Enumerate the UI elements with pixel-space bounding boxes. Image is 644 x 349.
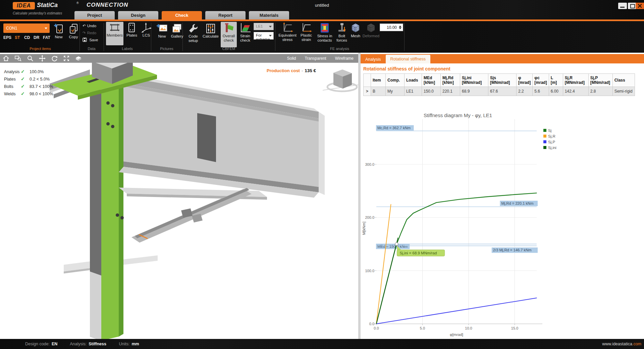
model-viewport[interactable]: Solid Transparent Wireframe Analysis✓100…	[0, 53, 358, 339]
mode-eps[interactable]: EPS	[3, 35, 11, 40]
undo-button[interactable]: ↶Undo	[83, 23, 102, 30]
ibeam-icon	[109, 22, 121, 33]
minimize-button[interactable]	[618, 3, 627, 9]
mode-cd[interactable]: CD	[24, 35, 30, 40]
column-header[interactable]: Sjs[MNm/rad]	[488, 74, 517, 87]
column-header[interactable]: Class	[612, 74, 635, 87]
save-button[interactable]: Save	[83, 38, 102, 44]
column-header[interactable]: φc[mrad]	[533, 74, 549, 87]
plastic-strain-button[interactable]: Plastic strain	[298, 22, 315, 42]
copy-icon	[68, 23, 78, 35]
tab-rotational-stiffness[interactable]: Rotational stiffness	[386, 55, 430, 63]
close-button[interactable]	[636, 3, 644, 9]
title-bar: IDEA StatiCa ® CONNECTION Calculate yest…	[0, 0, 644, 19]
mode-dr[interactable]: DR	[34, 35, 39, 40]
deformed-button[interactable]: Deformed	[362, 22, 380, 38]
tab-check[interactable]: Check	[162, 11, 202, 20]
tab-design[interactable]: Design	[118, 11, 158, 20]
view-mode-transparent[interactable]: Transparent	[305, 56, 326, 61]
check-passed-icon: ✓	[21, 84, 30, 89]
panel-splitter[interactable]	[358, 53, 361, 339]
code-setup-button[interactable]: Code setup	[185, 23, 201, 43]
strain-curve-icon	[301, 22, 312, 33]
ribbon: CON1 EPS ST CD DR FAT New Copy Project i…	[0, 21, 644, 53]
lcs-button[interactable]: LCS	[140, 22, 153, 45]
column-header[interactable]: Sj,ini[MNm/rad]	[460, 74, 488, 87]
mesh-button[interactable]: Mesh	[350, 22, 362, 38]
tab-materials[interactable]: Materials	[249, 11, 289, 20]
check-row-analysis: Analysis✓100.0%	[4, 69, 44, 74]
pan-button[interactable]	[36, 54, 48, 63]
column-header[interactable]: Item	[371, 74, 386, 87]
units-label: Units:	[119, 342, 129, 346]
picture-plus-icon	[156, 23, 168, 34]
fit-to-screen-button[interactable]	[60, 54, 72, 63]
stress-in-contacts-button[interactable]: Stress in contacts	[315, 22, 334, 43]
overall-check-button[interactable]: Overall check	[221, 22, 237, 47]
annotation-label: Mj,Rd = 220.1 kNm	[501, 201, 533, 205]
section-title: Rotational stiffness of joint component	[363, 66, 450, 71]
deformed-scale-input[interactable]: 10.00	[380, 23, 403, 31]
solid-box-icon	[75, 55, 82, 62]
contact-stress-icon	[319, 22, 330, 34]
mode-st[interactable]: ST	[15, 35, 20, 40]
connection-selector[interactable]: CON1	[3, 23, 50, 33]
copy-button[interactable]: Copy	[66, 23, 80, 39]
load-case-selector[interactable]: LE1	[254, 23, 274, 30]
annotation-label: 2/3 Mj,Rd = 146.7 kNm	[493, 248, 532, 252]
group-label-fe-analysis: FE analysis	[275, 47, 404, 51]
tooltip-label: Sj,ini = 68.9 MNm/rad	[400, 251, 437, 255]
gallery-button[interactable]: Gallery	[169, 23, 185, 39]
stiffness-chart[interactable]: 0.05.010.015.00.0100.0200.0300.0φ[mrad]M…	[361, 101, 644, 339]
analysis-label: Analysis:	[70, 342, 87, 346]
tab-project[interactable]: Project	[74, 11, 115, 20]
table-cell: 67.6	[488, 87, 517, 96]
new-picture-button[interactable]: New	[155, 23, 169, 39]
column-header[interactable]: L[m]	[549, 74, 563, 87]
mode-fat[interactable]: FAT	[43, 35, 50, 40]
marker-point	[395, 243, 398, 246]
spinner-down-icon[interactable]	[399, 28, 401, 29]
plates-button[interactable]: Plates	[124, 22, 139, 45]
column-header[interactable]: Sj,R[MNm/rad]	[563, 74, 588, 87]
view-mode-solid[interactable]: Solid	[287, 56, 296, 61]
undo-icon: ↶	[83, 24, 86, 28]
website-link[interactable]: www.ideastatica.com	[602, 339, 641, 349]
zoom-rect-icon	[14, 55, 22, 62]
chevron-down-icon	[269, 35, 272, 37]
tab-report[interactable]: Report	[205, 11, 246, 20]
zoom-button[interactable]	[24, 54, 36, 63]
row-expander[interactable]: >	[364, 87, 371, 96]
clipping-plane-button[interactable]	[72, 54, 85, 63]
extreme-selector[interactable]: For extreme	[254, 32, 274, 40]
x-tick-label: 10.0	[465, 326, 472, 330]
rotate-button[interactable]	[48, 54, 60, 63]
annotation-label: MEd = 150.0 kNm	[377, 244, 408, 248]
column-header[interactable]	[364, 74, 371, 87]
column-header[interactable]: φ[mrad]	[517, 74, 533, 87]
table-cell: LE1	[405, 87, 422, 96]
equivalent-stress-button[interactable]: Equivalent stress	[278, 22, 297, 42]
column-header[interactable]: Comp.	[386, 74, 405, 87]
redo-button[interactable]: ↷Redo	[83, 31, 102, 37]
column-header[interactable]: Loads	[405, 74, 422, 87]
table-row[interactable]: >BMyLE1150.0220.168.967.62.25.66.00142.4…	[364, 87, 635, 96]
home-view-button[interactable]	[0, 54, 12, 63]
column-header[interactable]: Mj,Rd[kNm]	[441, 74, 460, 87]
spinner-up-icon[interactable]	[399, 26, 401, 27]
table-cell: 6.00	[549, 87, 563, 96]
strain-check-button[interactable]: Strain check	[237, 22, 253, 47]
members-button[interactable]: Members	[106, 22, 123, 45]
column-header[interactable]: MEd[kNm]	[422, 74, 441, 87]
new-project-button[interactable]: New	[52, 23, 66, 39]
tab-analysis[interactable]: Analysis	[361, 55, 386, 63]
column-header[interactable]: Sj,P[MNm/rad]	[588, 74, 612, 87]
view-mode-wireframe[interactable]: Wireframe	[335, 56, 354, 61]
abacus-icon	[205, 23, 216, 34]
zoom-window-button[interactable]	[12, 54, 24, 63]
calculate-button[interactable]: Calculate	[201, 23, 220, 39]
bolt-forces-button[interactable]: Bolt forces	[335, 22, 349, 43]
legend-label: Sj,P	[548, 140, 555, 144]
legend-swatch	[543, 129, 546, 132]
stiffness-table[interactable]: ItemComp.LoadsMEd[kNm]Mj,Rd[kNm]Sj,ini[M…	[363, 73, 635, 96]
